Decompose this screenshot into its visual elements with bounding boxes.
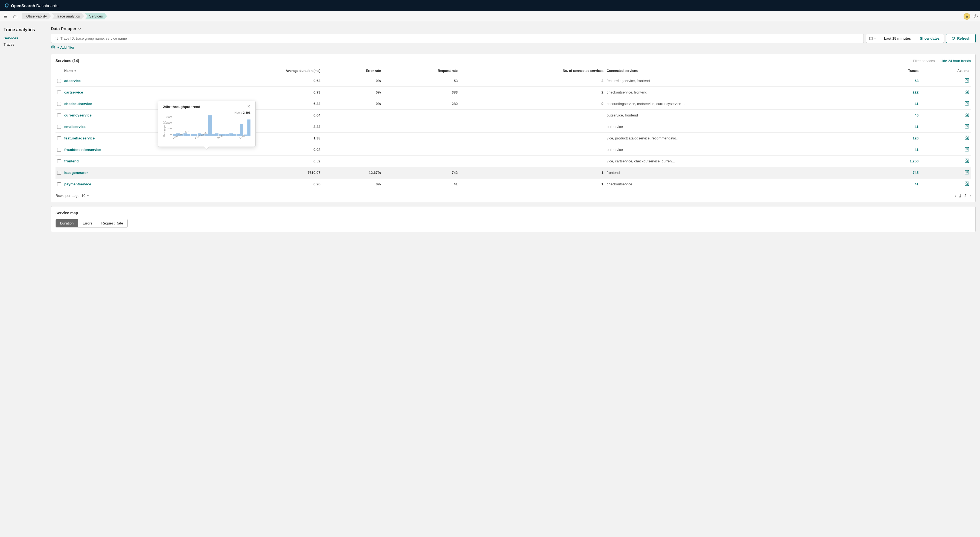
inspect-icon[interactable] <box>964 78 969 83</box>
filter-services-input[interactable]: Filter services <box>913 59 935 63</box>
col-error-rate[interactable]: Error rate <box>322 67 383 75</box>
help-icon[interactable] <box>974 14 978 19</box>
sub-header: Observability Trace analytics Services a <box>0 11 980 22</box>
service-name-link[interactable]: checkoutservice <box>64 102 92 106</box>
sidebar: Trace analytics Services Traces <box>0 22 51 240</box>
col-name[interactable]: Name <box>63 67 196 75</box>
mode-label: Data Prepper <box>51 26 76 31</box>
cell-nconn: 9 <box>460 98 605 110</box>
user-avatar[interactable]: a <box>964 13 970 20</box>
traces-link[interactable]: 53 <box>915 79 918 83</box>
show-dates-button[interactable]: Show dates <box>916 34 943 43</box>
row-checkbox[interactable] <box>57 125 61 129</box>
traces-link[interactable]: 41 <box>915 125 918 129</box>
refresh-button[interactable]: Refresh <box>946 33 975 43</box>
date-quick-select[interactable] <box>866 34 879 43</box>
page-prev[interactable]: ‹ <box>955 193 956 198</box>
cell-connected: checkoutservice <box>605 178 875 190</box>
sidebar-link-services[interactable]: Services <box>3 36 47 40</box>
row-checkbox[interactable] <box>57 148 61 152</box>
chevron-down-icon <box>78 27 81 30</box>
row-checkbox[interactable] <box>57 91 61 94</box>
seg-errors[interactable]: Errors <box>78 219 97 227</box>
service-map-card: Service map Duration Errors Request Rate <box>51 206 975 232</box>
cell-req: 41 <box>383 178 460 190</box>
traces-link[interactable]: 120 <box>912 136 918 140</box>
crumb-services[interactable]: Services <box>85 13 107 19</box>
service-name-link[interactable]: frontend <box>64 159 79 163</box>
home-button[interactable] <box>11 13 20 20</box>
traces-link[interactable]: 40 <box>915 113 918 117</box>
service-name-link[interactable]: frauddetectionservice <box>64 148 101 152</box>
col-request-rate[interactable]: Request rate <box>383 67 460 75</box>
inspect-icon[interactable] <box>964 89 969 94</box>
service-name-link[interactable]: featureflagservice <box>64 136 95 140</box>
cell-req: 742 <box>383 167 460 178</box>
inspect-icon[interactable] <box>964 112 969 117</box>
page-1[interactable]: 1 <box>959 194 961 198</box>
inspect-icon[interactable] <box>964 170 969 175</box>
sidebar-link-traces[interactable]: Traces <box>3 42 47 46</box>
traces-link[interactable]: 222 <box>912 90 918 94</box>
svg-point-23 <box>966 183 967 184</box>
row-checkbox[interactable] <box>57 79 61 83</box>
cell-connected: outservice <box>605 144 875 156</box>
row-checkbox[interactable] <box>57 183 61 186</box>
svg-point-7 <box>966 91 967 92</box>
cell-req <box>383 121 460 133</box>
chart-bar <box>240 124 243 136</box>
service-name-link[interactable]: currencyservice <box>64 113 92 117</box>
service-name-link[interactable]: emailservice <box>64 125 86 129</box>
inspect-icon[interactable] <box>964 158 969 163</box>
table-row: frontend6.52vice, cartservice, checkouts… <box>56 156 971 167</box>
row-checkbox[interactable] <box>57 159 61 163</box>
row-checkbox[interactable] <box>57 113 61 117</box>
cell-err: 0% <box>322 178 383 190</box>
traces-link[interactable]: 41 <box>915 148 918 152</box>
seg-request-rate[interactable]: Request Rate <box>97 219 128 227</box>
row-checkbox[interactable] <box>57 102 61 106</box>
inspect-icon[interactable] <box>964 181 969 186</box>
col-traces[interactable]: Traces <box>875 67 920 75</box>
row-checkbox[interactable] <box>57 137 61 140</box>
service-name-link[interactable]: loadgenerator <box>64 171 88 175</box>
service-map-title: Service map <box>56 211 971 215</box>
nav-toggle-button[interactable] <box>2 13 9 20</box>
rows-per-page-select[interactable]: Rows per page: 10 <box>56 194 89 198</box>
inspect-icon[interactable] <box>964 101 969 106</box>
traces-link[interactable]: 41 <box>915 182 918 186</box>
cell-req: 53 <box>383 75 460 87</box>
traces-link[interactable]: 745 <box>912 171 918 175</box>
seg-duration[interactable]: Duration <box>56 219 78 227</box>
traces-link[interactable]: 41 <box>915 102 918 106</box>
cell-connected: outservice, frontend <box>605 110 875 121</box>
col-avg-duration[interactable]: Average duration (ms) <box>196 67 322 75</box>
cell-err: 0% <box>322 75 383 87</box>
add-filter-button[interactable]: + Add filter <box>57 45 75 49</box>
page-2[interactable]: 2 <box>964 194 966 198</box>
traces-link[interactable]: 1,250 <box>910 159 919 163</box>
filter-icon[interactable] <box>51 45 55 49</box>
cell-nconn: 2 <box>460 87 605 98</box>
inspect-icon[interactable] <box>964 124 969 129</box>
row-checkbox[interactable] <box>57 171 61 175</box>
inspect-icon[interactable] <box>964 135 969 140</box>
crumb-trace-analytics[interactable]: Trace analytics <box>52 13 84 19</box>
inspect-icon[interactable] <box>964 147 969 152</box>
col-connected-count[interactable]: No. of connected services <box>460 67 605 75</box>
service-name-link[interactable]: cartservice <box>64 90 83 94</box>
close-icon[interactable] <box>247 105 250 108</box>
popover-title: 24hr throughput trend <box>163 105 200 109</box>
search-box[interactable] <box>51 33 864 43</box>
mode-selector[interactable]: Data Prepper <box>51 26 81 31</box>
col-connected-services[interactable]: Connected services <box>605 67 875 75</box>
refresh-label: Refresh <box>957 37 970 40</box>
hide-trends-button[interactable]: Hide 24 hour trends <box>940 59 971 63</box>
search-input[interactable] <box>60 37 860 40</box>
page-next[interactable]: › <box>970 193 971 198</box>
crumb-observability[interactable]: Observability <box>22 13 51 19</box>
service-name-link[interactable]: adservice <box>64 79 81 83</box>
service-name-link[interactable]: paymentservice <box>64 182 91 186</box>
date-range-label[interactable]: Last 15 minutes <box>879 37 916 40</box>
chart-ylabel: Throughput (n) <box>163 121 166 137</box>
